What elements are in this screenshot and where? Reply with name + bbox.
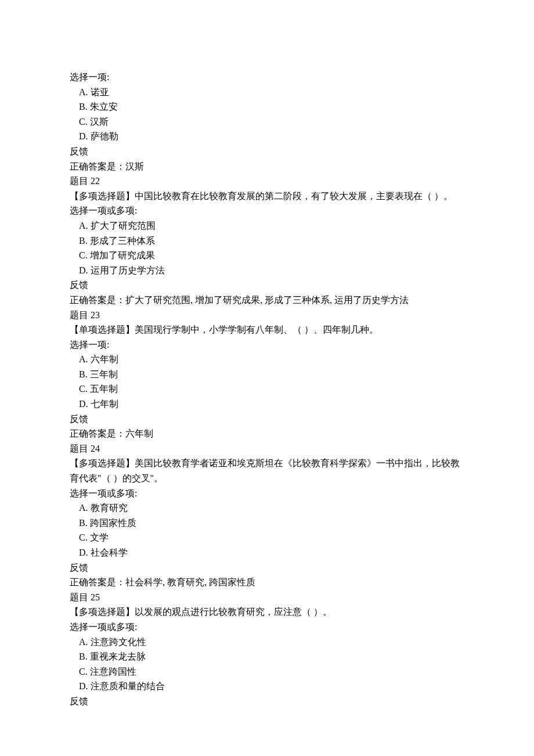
q25-select-label: 选择一项或多项: [70, 620, 464, 635]
q23-option-c: C. 五年制 [70, 381, 464, 397]
q23-title: 题目 23 [70, 308, 464, 323]
q24-select-label: 选择一项或多项: [70, 486, 464, 501]
q21-answer: 正确答案是：汉斯 [70, 159, 464, 174]
q23-prompt: 【单项选择题】美国现行学制中，小学学制有八年制、（ ）、四年制几种。 [70, 322, 464, 337]
q25-title: 题目 25 [70, 590, 464, 605]
q22-option-a: A. 扩大了研究范围 [70, 218, 464, 233]
q24-option-b: B. 跨国家性质 [70, 516, 464, 531]
q23-option-b: B. 三年制 [70, 367, 464, 382]
q22-feedback-label: 反馈 [70, 278, 464, 293]
q24-option-d: D. 社会科学 [70, 545, 464, 560]
q23-answer: 正确答案是：六年制 [70, 426, 464, 441]
document-page: 选择一项: A. 诺亚 B. 朱立安 C. 汉斯 D. 萨德勒 反馈 正确答案是… [0, 0, 534, 756]
q23-feedback-label: 反馈 [70, 412, 464, 427]
q21-option-c: C. 汉斯 [70, 114, 464, 129]
q25-option-a: A. 注意跨文化性 [70, 635, 464, 650]
q23-option-a: A. 六年制 [70, 352, 464, 367]
q21-feedback-label: 反馈 [70, 144, 464, 159]
q24-option-a: A. 教育研究 [70, 501, 464, 516]
q22-select-label: 选择一项或多项: [70, 203, 464, 218]
q22-option-c: C. 增加了研究成果 [70, 248, 464, 263]
q23-option-d: D. 七年制 [70, 397, 464, 412]
q22-option-b: B. 形成了三种体系 [70, 233, 464, 249]
q22-answer: 正确答案是：扩大了研究范围, 增加了研究成果, 形成了三种体系, 运用了历史学方… [70, 293, 464, 308]
q25-option-d: D. 注意质和量的结合 [70, 679, 464, 694]
q25-prompt: 【多项选择题】以发展的观点进行比较教育研究，应注意（ ）。 [70, 604, 464, 620]
q21-option-a: A. 诺亚 [70, 85, 464, 100]
q22-option-d: D. 运用了历史学方法 [70, 263, 464, 278]
select-one-label: 选择一项: [70, 70, 464, 85]
q24-answer: 正确答案是：社会科学, 教育研究, 跨国家性质 [70, 575, 464, 590]
q24-feedback-label: 反馈 [70, 560, 464, 575]
q21-option-d: D. 萨德勒 [70, 129, 464, 144]
q24-option-c: C. 文学 [70, 530, 464, 545]
q25-option-b: B. 重视来龙去脉 [70, 649, 464, 664]
q22-title: 题目 22 [70, 174, 464, 189]
q24-prompt: 【多项选择题】美国比较教育学者诺亚和埃克斯坦在《比较教育科学探索》一书中指出，比… [70, 456, 464, 485]
q22-prompt: 【多项选择题】中国比较教育在比较教育发展的第二阶段，有了较大发展，主要表现在（ … [70, 189, 464, 204]
q21-option-b: B. 朱立安 [70, 99, 464, 114]
q23-select-label: 选择一项: [70, 337, 464, 352]
q25-option-c: C. 注意跨国性 [70, 664, 464, 679]
q25-feedback-label: 反馈 [70, 694, 464, 709]
q24-title: 题目 24 [70, 441, 464, 456]
